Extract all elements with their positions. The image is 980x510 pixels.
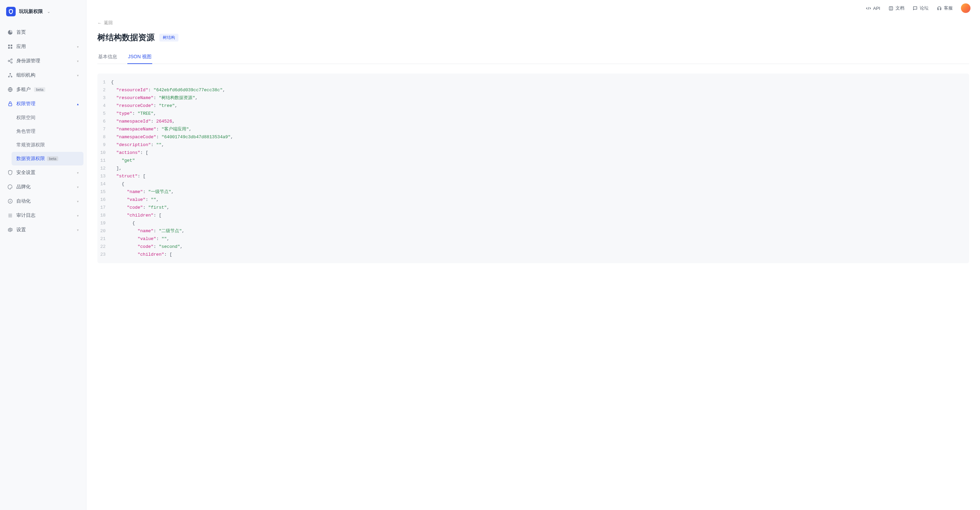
- topbar-forum[interactable]: 论坛: [913, 5, 929, 11]
- shield-icon: [6, 7, 16, 16]
- line-content: "get": [111, 157, 135, 164]
- nav-label: 组织机构: [16, 72, 35, 78]
- line-number: 7: [97, 125, 111, 133]
- line-content: "namespaceName": "客户端应用",: [111, 125, 192, 133]
- json-code-block[interactable]: 1{2 "resourceId": "642ebfd6d6d039cc77ecc…: [97, 73, 969, 263]
- code-line: 2 "resourceId": "642ebfd6d6d039cc77ecc38…: [97, 86, 969, 94]
- code-line: 23 "children": [: [97, 251, 969, 258]
- subnav-role[interactable]: 角色管理: [11, 125, 83, 138]
- sidebar-item-org[interactable]: 组织机构 ▾: [3, 68, 83, 83]
- back-label: 返回: [104, 20, 113, 26]
- sidebar: 玩玩新权限 ⌄ 首页 应用 ▾ 身份源管理 ▾: [0, 0, 86, 510]
- tab-basic-info[interactable]: 基本信息: [97, 50, 118, 64]
- nav-label: 应用: [16, 44, 26, 50]
- chevron-down-icon: ⌄: [47, 9, 50, 14]
- tabs: 基本信息 JSON 视图: [97, 50, 969, 64]
- line-content: "resourceId": "642ebfd6d6d039cc77ecc38c"…: [111, 86, 226, 94]
- line-content: "code": "second",: [111, 243, 183, 251]
- line-content: "children": [: [111, 211, 161, 219]
- code-line: 16 "value": "",: [97, 196, 969, 203]
- line-number: 21: [97, 235, 111, 243]
- code-line: 20 "name": "二级节点",: [97, 227, 969, 235]
- line-number: 11: [97, 157, 111, 164]
- svg-point-19: [10, 229, 11, 230]
- code-line: 3 "resourceName": "树结构数据资源",: [97, 94, 969, 102]
- project-selector[interactable]: 玩玩新权限 ⌄: [3, 4, 83, 19]
- svg-point-6: [11, 62, 12, 64]
- line-number: 13: [97, 172, 111, 180]
- subnav-regular-resource[interactable]: 常规资源权限: [11, 138, 83, 152]
- sidebar-item-security[interactable]: 安全设置 ▾: [3, 165, 83, 180]
- line-number: 4: [97, 102, 111, 110]
- nav-label: 多租户: [16, 86, 31, 92]
- beta-badge: beta: [34, 87, 45, 92]
- line-content: {: [111, 219, 135, 227]
- svg-point-4: [11, 59, 12, 60]
- sidebar-item-automation[interactable]: A 自动化 ▾: [3, 194, 83, 208]
- line-number: 16: [97, 196, 111, 203]
- sidebar-item-home[interactable]: 首页: [3, 25, 83, 40]
- tab-json-view[interactable]: JSON 视图: [127, 50, 152, 64]
- code-line: 6 "namespaceId": 264526,: [97, 118, 969, 125]
- subnav-permission-space[interactable]: 权限空间: [11, 111, 83, 125]
- line-number: 15: [97, 188, 111, 196]
- line-content: "namespaceCode": "64001749c3db47d8813534…: [111, 133, 233, 141]
- avatar[interactable]: [961, 3, 970, 13]
- nav-label: 首页: [16, 29, 26, 35]
- code-line: 5 "type": "TREE",: [97, 110, 969, 118]
- line-content: "children": [: [111, 251, 172, 258]
- sidebar-item-branding[interactable]: 品牌化 ▾: [3, 180, 83, 194]
- chevron-down-icon: ▾: [77, 59, 79, 63]
- permission-subnav: 权限空间 角色管理 常规资源权限 数据资源权限 beta: [3, 111, 83, 165]
- arrow-left-icon: ←: [97, 21, 102, 25]
- line-number: 5: [97, 110, 111, 118]
- sidebar-item-permission[interactable]: 权限管理 ▴: [3, 97, 83, 111]
- sidebar-item-apps[interactable]: 应用 ▾: [3, 40, 83, 54]
- line-number: 6: [97, 118, 111, 125]
- title-tag: 树结构: [159, 34, 178, 41]
- topbar-docs[interactable]: 文档: [888, 5, 904, 11]
- code-line: 1{: [97, 78, 969, 86]
- code-line: 7 "namespaceName": "客户端应用",: [97, 125, 969, 133]
- line-number: 20: [97, 227, 111, 235]
- beta-badge: beta: [47, 156, 58, 161]
- svg-rect-1: [11, 44, 12, 46]
- code-line: 12 ],: [97, 164, 969, 172]
- line-content: "resourceName": "树结构数据资源",: [111, 94, 198, 102]
- svg-rect-2: [8, 47, 10, 49]
- line-number: 12: [97, 164, 111, 172]
- sidebar-item-settings[interactable]: 设置 ▾: [3, 222, 83, 237]
- line-number: 18: [97, 211, 111, 219]
- subnav-data-resource[interactable]: 数据资源权限 beta: [11, 152, 83, 165]
- line-number: 2: [97, 86, 111, 94]
- topbar-api[interactable]: API: [866, 6, 880, 11]
- svg-point-5: [8, 60, 10, 62]
- line-number: 23: [97, 251, 111, 258]
- main-area: API 文档 论坛 客服 ← 返回 树结构数据资源: [86, 0, 980, 510]
- line-content: "type": "TREE",: [111, 110, 156, 118]
- line-content: "name": "二级节点",: [111, 227, 185, 235]
- topbar-label: API: [873, 6, 880, 11]
- topbar-label: 文档: [896, 5, 904, 11]
- back-link[interactable]: ← 返回: [97, 20, 969, 26]
- line-number: 17: [97, 203, 111, 211]
- topbar-support[interactable]: 客服: [937, 5, 953, 11]
- line-number: 9: [97, 141, 111, 149]
- gear-icon: [8, 227, 13, 232]
- sidebar-item-audit[interactable]: 审计日志 ▾: [3, 208, 83, 222]
- lock-icon: [8, 101, 13, 106]
- subnav-label: 权限空间: [16, 115, 35, 121]
- topbar-label: 论坛: [920, 5, 929, 11]
- code-line: 11 "get": [97, 157, 969, 164]
- chevron-down-icon: ▾: [77, 214, 79, 218]
- list-icon: [8, 213, 13, 218]
- line-number: 22: [97, 243, 111, 251]
- sidebar-item-tenant[interactable]: 多租户 beta: [3, 83, 83, 97]
- svg-line-8: [10, 61, 11, 62]
- svg-rect-13: [8, 103, 11, 106]
- sidebar-item-identity[interactable]: 身份源管理 ▾: [3, 54, 83, 68]
- subnav-label: 角色管理: [16, 128, 35, 135]
- svg-text:A: A: [10, 200, 11, 203]
- book-icon: [888, 6, 894, 11]
- pie-icon: [8, 30, 13, 35]
